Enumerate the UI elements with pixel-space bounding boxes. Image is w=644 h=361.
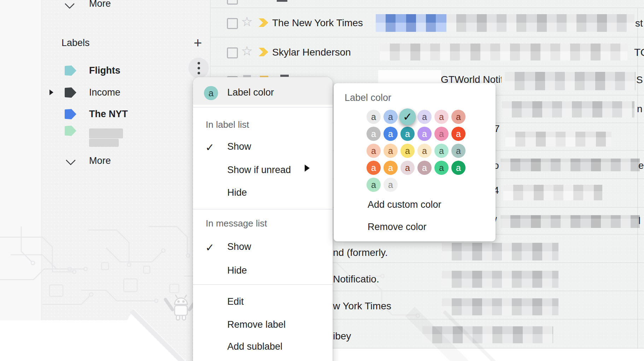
menu-item-hide[interactable]: Hide: [227, 187, 247, 198]
menu-item-show-if-unread[interactable]: Show if unread: [227, 165, 291, 176]
list-edge-divider: [637, 8, 638, 349]
edge-text-fragment: l: [638, 215, 640, 227]
email-sender-fragment[interactable]: ibey: [333, 331, 351, 342]
color-swatch-selected[interactable]: ✓: [399, 108, 416, 125]
redacted-label-name: [89, 139, 119, 147]
star-icon[interactable]: ☆: [241, 46, 253, 57]
email-row[interactable]: [210, 0, 644, 8]
redacted-subject-blur: [500, 159, 640, 171]
menu-section-header: In label list: [206, 119, 249, 130]
color-swatch[interactable]: a: [400, 144, 415, 158]
label-options-button[interactable]: [188, 58, 209, 78]
menu-item-label-color[interactable]: a Label color: [193, 77, 333, 105]
email-sender[interactable]: The New York Times: [272, 17, 363, 29]
label-context-menu: a Label color In label list ✓ Show Show …: [193, 77, 333, 361]
email-sender[interactable]: Skylar Henderson: [272, 47, 351, 58]
edge-text-fragment: TO: [634, 46, 644, 58]
redacted-subject-blur: [503, 185, 602, 200]
color-swatch[interactable]: a: [367, 110, 381, 124]
color-swatch-grid: aa✓aaaaaaaaaaaaaaaaaaaaaaa: [367, 110, 468, 192]
edge-text-fragment: st: [635, 18, 643, 29]
email-sender-fragment[interactable]: w York Times: [333, 300, 391, 312]
redacted-subject-blur: [505, 72, 636, 90]
redacted-subject-blur: [376, 14, 446, 32]
redacted-subject-blur: [442, 298, 558, 315]
color-swatch[interactable]: a: [434, 161, 449, 175]
window-edge-strip: [0, 0, 42, 361]
color-swatch[interactable]: a: [400, 127, 415, 141]
color-swatch[interactable]: a: [367, 127, 381, 141]
menu-item-remove-color[interactable]: Remove color: [368, 222, 427, 233]
color-swatch[interactable]: a: [451, 144, 466, 158]
redacted-label-name[interactable]: [89, 128, 123, 138]
color-swatch[interactable]: a: [384, 144, 398, 158]
menu-item-remove-label[interactable]: Remove label: [227, 319, 286, 330]
check-icon: ✓: [205, 242, 214, 253]
color-swatch[interactable]: a: [384, 161, 398, 175]
color-swatch[interactable]: a: [417, 144, 432, 158]
email-sender-fragment[interactable]: Notificatio.: [333, 274, 379, 285]
checkbox-partial[interactable]: [227, 0, 238, 5]
color-swatch[interactable]: a: [451, 161, 466, 175]
sidebar-more-top[interactable]: More: [89, 0, 111, 9]
color-swatch[interactable]: a: [384, 110, 398, 124]
color-swatch[interactable]: a: [400, 161, 415, 175]
color-swatch[interactable]: a: [417, 110, 432, 124]
color-swatch[interactable]: a: [367, 161, 381, 175]
color-swatch[interactable]: a: [384, 178, 398, 192]
gmail-screenshot: ☆ The New York Times st ☆ Skylar Henders…: [0, 0, 644, 361]
color-swatch[interactable]: a: [434, 144, 449, 158]
redacted-subject-blur: [446, 14, 634, 32]
menu-item-add-sublabel[interactable]: Add sublabel: [227, 341, 282, 352]
labels-heading: Labels: [62, 38, 90, 48]
color-swatch[interactable]: a: [367, 144, 381, 158]
color-swatch[interactable]: a: [434, 127, 449, 141]
sidebar-label-income[interactable]: Income: [89, 87, 121, 98]
check-icon: ✓: [205, 142, 214, 153]
sender-text-partial: [277, 0, 287, 2]
submenu-title: Label color: [345, 92, 391, 103]
menu-item-add-custom-color[interactable]: Add custom color: [368, 199, 441, 210]
email-sender-fragment[interactable]: nd (formerly.: [333, 247, 388, 258]
label-color-a-icon: a: [204, 86, 218, 100]
menu-item-edit[interactable]: Edit: [227, 296, 244, 307]
redacted-subject-blur: [422, 326, 553, 343]
edge-text-fragment: S: [636, 74, 643, 86]
color-swatch[interactable]: a: [451, 110, 466, 124]
checkbox[interactable]: [227, 47, 238, 58]
redacted-subject-blur: [505, 132, 611, 147]
redacted-subject-blur: [500, 215, 640, 228]
menu-item-show[interactable]: Show: [227, 141, 251, 152]
sidebar-label-flights[interactable]: Flights: [89, 65, 121, 76]
color-swatch[interactable]: a: [451, 127, 466, 141]
edge-text-fragment: n: [637, 103, 643, 115]
star-icon[interactable]: ☆: [241, 17, 253, 27]
color-swatch[interactable]: a: [417, 161, 432, 175]
redacted-subject-blur: [502, 101, 634, 118]
create-label-plus-icon[interactable]: +: [194, 38, 202, 48]
sidebar-more-bottom[interactable]: More: [89, 155, 111, 166]
color-swatch[interactable]: a: [434, 110, 449, 124]
redacted-subject-blur: [442, 271, 558, 288]
menu-item-label: Label color: [227, 87, 274, 98]
redacted-subject-blur: [380, 44, 627, 61]
menu-item-show-message-list[interactable]: Show: [227, 241, 251, 252]
menu-item-hide-message-list[interactable]: Hide: [227, 265, 247, 276]
checkbox[interactable]: [227, 18, 238, 29]
edge-text-fragment: e: [638, 160, 644, 171]
sender-text-partial: [280, 75, 289, 77]
expand-arrow-icon[interactable]: [49, 90, 53, 95]
color-swatch[interactable]: a: [367, 178, 381, 192]
sidebar-label-nyt[interactable]: The NYT: [89, 109, 128, 120]
color-swatch[interactable]: a: [417, 127, 432, 141]
menu-section-header: In message list: [206, 218, 267, 229]
redacted-subject-blur: [442, 243, 558, 260]
color-swatch[interactable]: a: [384, 127, 398, 141]
